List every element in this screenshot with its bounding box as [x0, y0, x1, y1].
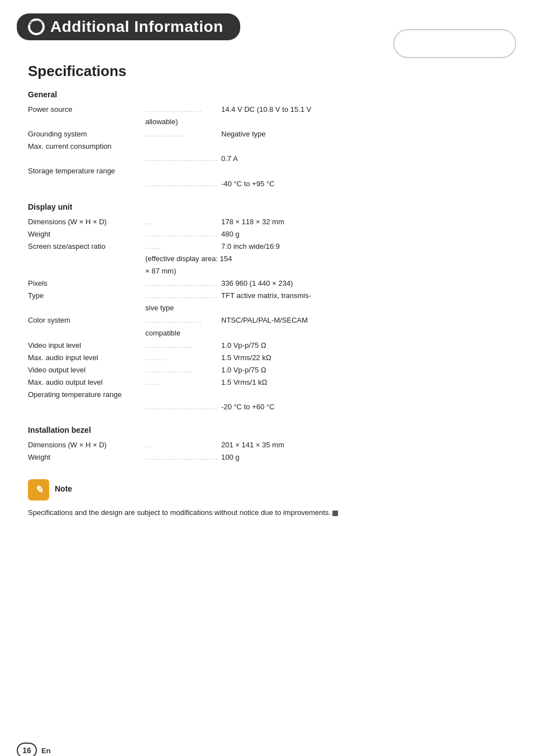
spec-label: Video input level	[28, 339, 145, 352]
spec-row-audio-input: Max. audio input level ......... 1.5 Vrm…	[28, 352, 505, 364]
installation-bezel-heading: Installation bezel	[28, 426, 505, 434]
spec-value: 480 g	[218, 228, 505, 240]
spec-value: Negative type	[218, 128, 505, 140]
spec-continuation: allowable)	[28, 116, 505, 128]
spec-value: NTSC/PAL/PAL-M/SECAM	[218, 314, 505, 327]
dots: .....................	[145, 365, 218, 376]
note-icon-pencil: ✎	[35, 484, 43, 496]
spec-label: Weight	[28, 228, 145, 240]
spec-row-video-input: Video input level ..................... …	[28, 339, 505, 352]
spec-label: Max. audio input level	[28, 352, 145, 364]
dots: ........................................…	[145, 402, 218, 413]
dots: .......	[145, 242, 218, 252]
display-unit-specs: Dimensions (W × H × D) ... 178 × 118 × 3…	[28, 216, 505, 414]
spec-value: 0.7 A	[218, 153, 505, 165]
spec-continuation: sive type	[28, 302, 505, 314]
note-icon: ✎	[28, 479, 49, 500]
spec-label: Operating temperature range	[28, 389, 145, 401]
spec-row-audio-output: Max. audio output level ....... 1.5 Vrms…	[28, 376, 505, 389]
spec-value: 201 × 141 × 35 mm	[218, 439, 505, 451]
dots: .....................	[145, 341, 218, 351]
spec-row-grounding: Grounding system ................. Negat…	[28, 128, 505, 140]
spec-row-storage-label: Storage temperature range	[28, 165, 505, 177]
spec-row-bezel-dimensions: Dimensions (W × H × D) ... 201 × 141 × 3…	[28, 439, 505, 451]
spec-value: 336 960 (1 440 × 234)	[218, 277, 505, 290]
spec-value: -40 °C to +95 °C	[218, 178, 505, 190]
dots: ........................................…	[145, 291, 218, 301]
spec-value: 1.0 Vp-p/75 Ω	[218, 339, 505, 352]
note-header: ✎ Note	[28, 479, 72, 500]
spec-row-operating-value: ........................................…	[28, 401, 505, 413]
page-language: En	[41, 746, 51, 755]
spec-row-current-value: ........................................…	[28, 153, 505, 165]
spec-label: Screen size/aspect ratio	[28, 240, 145, 253]
spec-continuation2: × 87 mm)	[28, 265, 505, 277]
spec-value: 7.0 inch wide/16:9	[218, 240, 505, 253]
specifications-title: Specifications	[28, 63, 505, 80]
content-area: Specifications General Power source ....…	[0, 40, 533, 541]
dots: ...	[145, 440, 218, 451]
dots: .......	[145, 377, 218, 388]
note-text: Specifications and the design are subjec…	[28, 507, 338, 518]
dots: .................................	[145, 229, 218, 240]
spec-value: 14.4 V DC (10.8 V to 15.1 V	[218, 103, 505, 116]
display-unit-heading: Display unit	[28, 202, 505, 211]
dots: ........................................…	[145, 154, 218, 164]
note-section: ✎ Note Specifications and the design are…	[28, 479, 505, 518]
dots: ...	[145, 217, 218, 228]
page: Appendix Additional Information Specific…	[0, 13, 533, 756]
spec-label: Grounding system	[28, 128, 145, 140]
spec-value: 100 g	[218, 451, 505, 464]
general-heading: General	[28, 90, 505, 99]
spec-row-weight: Weight .................................…	[28, 228, 505, 240]
spec-row-color-system: Color system ......................... N…	[28, 314, 505, 327]
spec-row-screen-size: Screen size/aspect ratio ....... 7.0 inc…	[28, 240, 505, 253]
dots: .........................	[145, 315, 218, 326]
appendix-label: Appendix	[17, 19, 42, 26]
spec-value: -20 °C to +60 °C	[218, 401, 505, 413]
general-specs: Power source ......................... 1…	[28, 103, 505, 190]
spec-label: Max. audio output level	[28, 376, 145, 389]
note-title: Note	[55, 484, 72, 493]
spec-value: TFT active matrix, transmis-	[218, 290, 505, 302]
dots: .................................	[145, 452, 218, 463]
right-oval-decoration	[393, 29, 516, 58]
dots: .........	[145, 353, 218, 363]
spec-label: Color system	[28, 314, 145, 327]
spec-row-pixels: Pixels .................................…	[28, 277, 505, 290]
dots: ........................................…	[145, 179, 218, 190]
spec-label: Storage temperature range	[28, 165, 145, 177]
spec-value: 1.5 Vrms/1 kΩ	[218, 376, 505, 389]
spec-label: Dimensions (W × H × D)	[28, 439, 145, 451]
footer: 16 En	[17, 743, 51, 756]
spec-continuation: (effective display area: 154	[28, 253, 505, 265]
spec-row-operating-label: Operating temperature range	[28, 389, 505, 401]
spec-value: 1.5 Vrms/22 kΩ	[218, 352, 505, 364]
spec-row-power-source: Power source ......................... 1…	[28, 103, 505, 116]
page-number: 16	[17, 743, 37, 756]
spec-label: Video output level	[28, 364, 145, 376]
installation-bezel-specs: Dimensions (W × H × D) ... 201 × 141 × 3…	[28, 439, 505, 464]
spec-value: 178 × 118 × 32 mm	[218, 216, 505, 228]
dots: ........................................…	[145, 278, 218, 289]
spec-label: Pixels	[28, 277, 145, 290]
page-title: Additional Information	[50, 18, 223, 36]
title-box: Additional Information	[17, 13, 240, 40]
dots: .................	[145, 129, 218, 140]
spec-value: 1.0 Vp-p/75 Ω	[218, 364, 505, 376]
spec-row-type: Type ...................................…	[28, 290, 505, 302]
spec-continuation: compatible	[28, 327, 505, 339]
spec-row-dimensions: Dimensions (W × H × D) ... 178 × 118 × 3…	[28, 216, 505, 228]
end-mark	[332, 511, 338, 516]
spec-row-video-output: Video output level .....................…	[28, 364, 505, 376]
spec-label: Dimensions (W × H × D)	[28, 216, 145, 228]
spec-label: Weight	[28, 451, 145, 464]
spec-row-bezel-weight: Weight .................................…	[28, 451, 505, 464]
spec-label: Type	[28, 290, 145, 302]
spec-label: Power source	[28, 103, 145, 116]
dots: .........................	[145, 105, 218, 115]
spec-label: Max. current consumption	[28, 140, 145, 153]
spec-row-current-label: Max. current consumption	[28, 140, 505, 153]
spec-row-storage-value: ........................................…	[28, 178, 505, 190]
